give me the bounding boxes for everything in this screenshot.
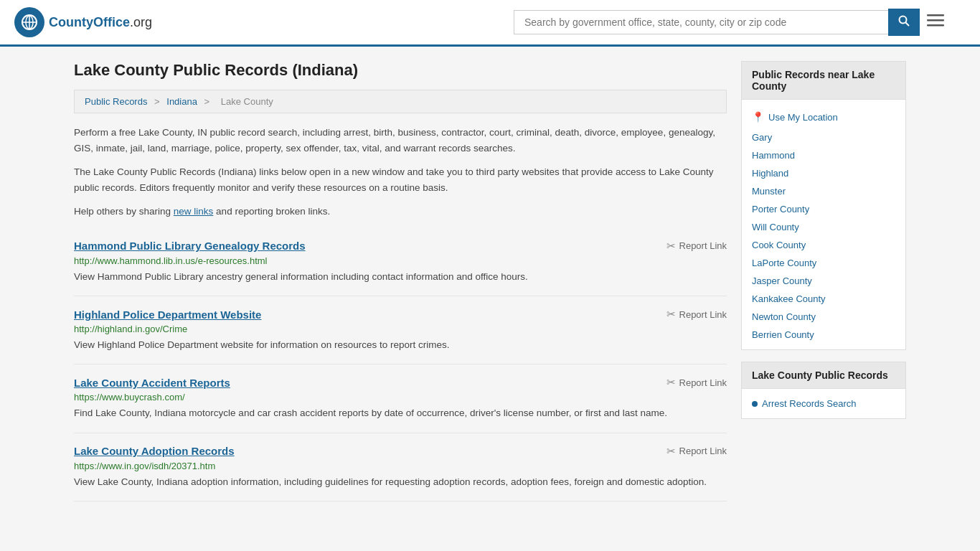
- breadcrumb-indiana[interactable]: Indiana: [166, 96, 197, 107]
- report-icon: ✂: [666, 308, 676, 321]
- sidebar-item-berrien-county[interactable]: Berrien County: [742, 326, 905, 344]
- svg-rect-9: [927, 19, 944, 22]
- sidebar: Public Records near Lake County 📍 Use My…: [741, 61, 906, 501]
- search-icon: [898, 15, 910, 27]
- nearby-title: Public Records near Lake County: [742, 62, 905, 100]
- result-url[interactable]: https://www.in.gov/isdh/20371.htm: [74, 461, 727, 471]
- header: CountyOffice.org: [0, 0, 980, 47]
- sidebar-item-newton-county[interactable]: Newton County: [742, 308, 905, 326]
- result-title[interactable]: Lake County Accident Reports: [74, 377, 230, 389]
- search-button[interactable]: [888, 9, 920, 36]
- description-1: Perform a free Lake County, IN public re…: [74, 125, 727, 156]
- breadcrumb-public-records[interactable]: Public Records: [85, 96, 147, 107]
- description-2: The Lake County Public Records (Indiana)…: [74, 164, 727, 195]
- breadcrumb-lake-county: Lake County: [221, 96, 273, 107]
- report-icon: ✂: [666, 445, 676, 458]
- report-icon: ✂: [666, 240, 676, 253]
- report-link[interactable]: ✂ Report Link: [666, 240, 727, 253]
- result-url[interactable]: http://www.hammond.lib.in.us/e-resources…: [74, 255, 727, 266]
- report-link[interactable]: ✂ Report Link: [666, 445, 727, 458]
- result-desc: View Hammond Public Library ancestry gen…: [74, 270, 727, 284]
- result-header: Highland Police Department Website ✂ Rep…: [74, 308, 727, 321]
- sidebar-item-laporte-county[interactable]: LaPorte County: [742, 254, 905, 272]
- breadcrumb-sep2: >: [204, 96, 212, 107]
- search-area: [514, 9, 944, 36]
- search-input[interactable]: [514, 10, 888, 34]
- sidebar-item-porter-county[interactable]: Porter County: [742, 200, 905, 218]
- sidebar-item-munster[interactable]: Munster: [742, 182, 905, 200]
- desc3-suffix: and reporting broken links.: [213, 206, 330, 217]
- report-label: Report Link: [679, 240, 727, 251]
- svg-rect-8: [927, 14, 944, 17]
- logo-text[interactable]: CountyOffice.org: [49, 15, 152, 30]
- svg-point-6: [900, 17, 907, 24]
- dot-icon: [752, 401, 758, 407]
- result-url[interactable]: https://www.buycrash.com/: [74, 392, 727, 402]
- sidebar-item-arrest-records[interactable]: Arrest Records Search: [742, 395, 905, 413]
- sidebar-item-hammond[interactable]: Hammond: [742, 146, 905, 164]
- sidebar-item-kankakee-county[interactable]: Kankakee County: [742, 290, 905, 308]
- sidebar-item-will-county[interactable]: Will County: [742, 218, 905, 236]
- menu-button[interactable]: [927, 11, 944, 33]
- use-my-location-link[interactable]: Use My Location: [768, 112, 838, 123]
- lake-county-box: Lake County Public Records Arrest Record…: [741, 362, 906, 419]
- use-my-location[interactable]: 📍 Use My Location: [742, 105, 905, 128]
- desc3-prefix: Help others by sharing: [74, 206, 174, 217]
- sidebar-item-highland[interactable]: Highland: [742, 164, 905, 182]
- report-link[interactable]: ✂ Report Link: [666, 308, 727, 321]
- result-title[interactable]: Hammond Public Library Genealogy Records: [74, 240, 306, 252]
- result-item: Lake County Accident Reports ✂ Report Li…: [74, 364, 727, 433]
- result-header: Hammond Public Library Genealogy Records…: [74, 240, 727, 253]
- report-label: Report Link: [679, 377, 727, 388]
- breadcrumb: Public Records > Indiana > Lake County: [74, 90, 727, 113]
- result-header: Lake County Adoption Records ✂ Report Li…: [74, 445, 727, 458]
- svg-rect-10: [927, 24, 944, 27]
- logo-icon: [14, 7, 44, 37]
- breadcrumb-sep1: >: [154, 96, 162, 107]
- page-title: Lake County Public Records (Indiana): [74, 61, 727, 80]
- result-desc: View Highland Police Department website …: [74, 338, 727, 352]
- result-title[interactable]: Highland Police Department Website: [74, 309, 261, 321]
- svg-line-7: [906, 23, 910, 27]
- result-desc: View Lake County, Indiana adoption infor…: [74, 475, 727, 489]
- logo-area: CountyOffice.org: [14, 7, 152, 37]
- lake-county-list: Arrest Records Search: [742, 389, 905, 418]
- report-link[interactable]: ✂ Report Link: [666, 376, 727, 389]
- report-icon: ✂: [666, 376, 676, 389]
- nearby-box: Public Records near Lake County 📍 Use My…: [741, 61, 906, 350]
- report-label: Report Link: [679, 309, 727, 320]
- result-header: Lake County Accident Reports ✂ Report Li…: [74, 376, 727, 389]
- main-container: Lake County Public Records (Indiana) Pub…: [60, 47, 920, 516]
- arrest-records-link[interactable]: Arrest Records Search: [762, 398, 857, 409]
- new-links-link[interactable]: new links: [174, 206, 214, 217]
- result-item: Hammond Public Library Genealogy Records…: [74, 228, 727, 296]
- logo-name: CountyOffice: [49, 15, 130, 29]
- sidebar-item-cook-county[interactable]: Cook County: [742, 236, 905, 254]
- location-icon: 📍: [752, 111, 764, 123]
- report-label: Report Link: [679, 446, 727, 456]
- result-url[interactable]: http://highland.in.gov/Crime: [74, 324, 727, 334]
- description-3: Help others by sharing new links and rep…: [74, 204, 727, 220]
- lake-county-title: Lake County Public Records: [742, 362, 905, 389]
- sidebar-item-gary[interactable]: Gary: [742, 128, 905, 146]
- result-item: Lake County Adoption Records ✂ Report Li…: [74, 433, 727, 501]
- result-desc: Find Lake County, Indiana motorcycle and…: [74, 406, 727, 420]
- sidebar-item-jasper-county[interactable]: Jasper County: [742, 272, 905, 290]
- main-content: Lake County Public Records (Indiana) Pub…: [74, 61, 727, 501]
- result-item: Highland Police Department Website ✂ Rep…: [74, 296, 727, 364]
- result-title[interactable]: Lake County Adoption Records: [74, 445, 235, 457]
- logo-org: .org: [130, 15, 152, 29]
- nearby-list: 📍 Use My Location Gary Hammond Highland …: [742, 100, 905, 349]
